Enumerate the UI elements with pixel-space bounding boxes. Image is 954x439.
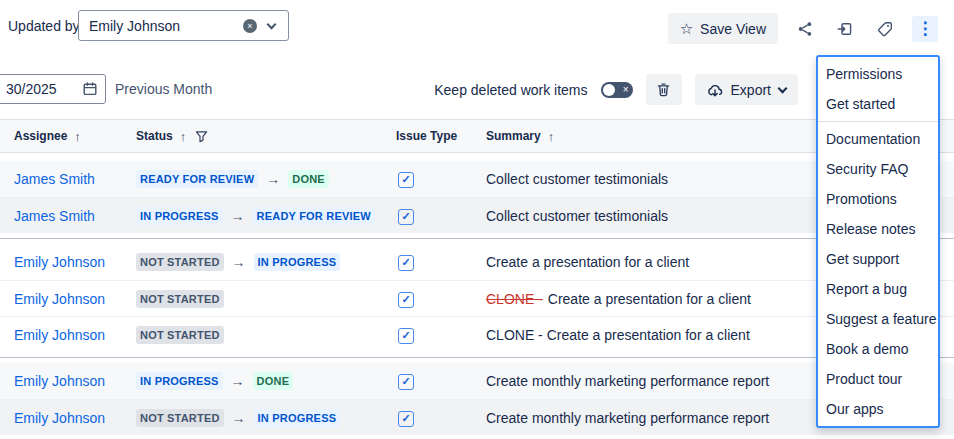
menu-item-our-apps[interactable]: Our apps: [818, 394, 938, 424]
selected-user-value: Emily Johnson: [89, 18, 243, 34]
menu-item-suggest-a-feature[interactable]: Suggest a feature: [818, 304, 938, 334]
menu-item-documentation[interactable]: Documentation: [818, 124, 938, 154]
summary-text: Collect customer testimonials: [486, 171, 668, 187]
menu-item-report-a-bug[interactable]: Report a bug: [818, 274, 938, 304]
kebab-menu-icon: ⋮: [917, 20, 934, 37]
assignee-link[interactable]: Emily Johnson: [14, 327, 136, 343]
menu-item-permissions[interactable]: Permissions: [818, 59, 938, 89]
status-cell: NOT STARTED: [136, 290, 396, 308]
assignee-link[interactable]: Emily Johnson: [14, 291, 136, 307]
export-icon: [707, 82, 723, 98]
transition-arrow-icon: →: [266, 171, 280, 187]
task-icon: ✓: [398, 209, 414, 225]
tag-icon: [877, 21, 893, 37]
assignee-link[interactable]: James Smith: [14, 208, 136, 224]
menu-item-book-a-demo[interactable]: Book a demo: [818, 334, 938, 364]
sort-asc-icon[interactable]: ↑: [180, 129, 187, 144]
menu-item-get-started[interactable]: Get started: [818, 89, 938, 119]
toggle-knob: [603, 84, 615, 96]
issue-type-cell: ✓: [396, 207, 486, 225]
table-header: Assignee ↑ Status ↑ Issue Type Summary ↑: [0, 119, 954, 153]
status-badge-from: IN PROGRESS: [136, 372, 223, 390]
menu-item-promotions[interactable]: Promotions: [818, 184, 938, 214]
transition-arrow-icon: →: [231, 373, 245, 389]
issue-type-cell: ✓: [396, 170, 486, 188]
status-badge-to: DONE: [288, 170, 329, 188]
clear-icon[interactable]: ×: [243, 19, 257, 33]
sort-asc-icon[interactable]: ↑: [74, 129, 81, 144]
issue-type-cell: ✓: [396, 372, 486, 390]
status-cell: NOT STARTED→IN PROGRESS: [136, 409, 396, 427]
menu-divider: [818, 121, 938, 122]
filter-icon[interactable]: [195, 130, 208, 143]
table-row: Emily Johnson NOT STARTED→IN PROGRESS ✓ …: [0, 399, 954, 435]
transition-arrow-icon: →: [232, 254, 246, 270]
menu-item-product-tour[interactable]: Product tour: [818, 364, 938, 394]
status-badge-from: IN PROGRESS: [136, 207, 223, 225]
transition-arrow-icon: →: [232, 410, 246, 426]
calendar-icon[interactable]: [82, 81, 98, 97]
summary-text: Create monthly marketing performance rep…: [486, 410, 769, 426]
menu-item-security-faq[interactable]: Security FAQ: [818, 154, 938, 184]
status-cell: IN PROGRESS→READY FOR REVIEW: [136, 207, 396, 225]
issue-type-cell: ✓: [396, 409, 486, 427]
keep-deleted-toggle[interactable]: ×: [601, 82, 633, 98]
delete-button[interactable]: [646, 74, 682, 105]
date-value: 30/2025: [6, 81, 82, 97]
assignee-link[interactable]: Emily Johnson: [14, 410, 136, 426]
transition-arrow-icon: →: [231, 208, 245, 224]
status-cell: READY FOR REVIEW→DONE: [136, 170, 396, 188]
assignee-link[interactable]: Emily Johnson: [14, 373, 136, 389]
status-badge-from: NOT STARTED: [136, 290, 224, 308]
star-icon: ☆: [680, 21, 693, 36]
summary-text: Create a presentation for a client: [548, 291, 751, 307]
status-cell: NOT STARTED→IN PROGRESS: [136, 253, 396, 271]
issue-type-cell: ✓: [396, 290, 486, 308]
task-icon: ✓: [398, 328, 414, 344]
task-icon: ✓: [398, 374, 414, 390]
summary-text: Create monthly marketing performance rep…: [486, 373, 769, 389]
task-icon: ✓: [398, 411, 414, 427]
column-label: Summary: [486, 129, 541, 143]
trash-icon: [656, 82, 671, 97]
table-row: Emily Johnson NOT STARTED→IN PROGRESS ✓ …: [0, 244, 954, 280]
topbar-actions: ☆ Save View ⋮: [668, 13, 938, 44]
menu-item-get-support[interactable]: Get support: [818, 244, 938, 274]
table-row: James Smith READY FOR REVIEW→DONE ✓ Coll…: [0, 161, 954, 197]
work-item-group: Emily Johnson IN PROGRESS→DONE ✓ Create …: [0, 357, 954, 435]
open-panel-button[interactable]: [832, 16, 858, 42]
column-header-assignee[interactable]: Assignee ↑: [14, 129, 136, 144]
menu-item-release-notes[interactable]: Release notes: [818, 214, 938, 244]
save-view-button[interactable]: ☆ Save View: [668, 13, 778, 44]
work-item-group: Emily Johnson NOT STARTED→IN PROGRESS ✓ …: [0, 238, 954, 352]
table-row: Emily Johnson IN PROGRESS→DONE ✓ Create …: [0, 363, 954, 399]
updated-by-select[interactable]: Emily Johnson ×: [78, 10, 289, 41]
share-button[interactable]: [792, 16, 818, 42]
summary-text: Collect customer testimonials: [486, 208, 668, 224]
status-badge-to: READY FOR REVIEW: [253, 207, 375, 225]
assignee-link[interactable]: James Smith: [14, 171, 136, 187]
toggle-x-icon: ×: [623, 83, 629, 97]
tag-button[interactable]: [872, 16, 898, 42]
previous-month-link[interactable]: Previous Month: [115, 81, 212, 97]
keep-deleted-label: Keep deleted work items: [434, 82, 587, 98]
task-icon: ✓: [398, 292, 414, 308]
activity-timeline-page: Updated by: Emily Johnson × ☆ Save View …: [0, 0, 954, 439]
column-header-issue-type[interactable]: Issue Type: [396, 129, 486, 143]
status-badge-to: IN PROGRESS: [254, 409, 341, 427]
chevron-down-icon[interactable]: [267, 19, 277, 29]
status-badge-from: NOT STARTED: [136, 409, 224, 427]
column-header-status[interactable]: Status ↑: [136, 129, 396, 144]
summary-text: Create a presentation for a client: [486, 254, 689, 270]
toolbar-actions: Keep deleted work items × Export: [434, 74, 798, 105]
export-button[interactable]: Export: [695, 74, 798, 105]
task-icon: ✓: [398, 172, 414, 188]
share-icon: [797, 21, 813, 37]
more-menu-button[interactable]: ⋮: [912, 16, 938, 42]
summary-text: CLONE - Create a presentation for a clie…: [486, 327, 750, 343]
work-item-group: James Smith READY FOR REVIEW→DONE ✓ Coll…: [0, 161, 954, 233]
sort-asc-icon[interactable]: ↑: [548, 129, 555, 144]
status-badge-from: READY FOR REVIEW: [136, 170, 258, 188]
date-input[interactable]: 30/2025: [0, 74, 106, 104]
assignee-link[interactable]: Emily Johnson: [14, 254, 136, 270]
